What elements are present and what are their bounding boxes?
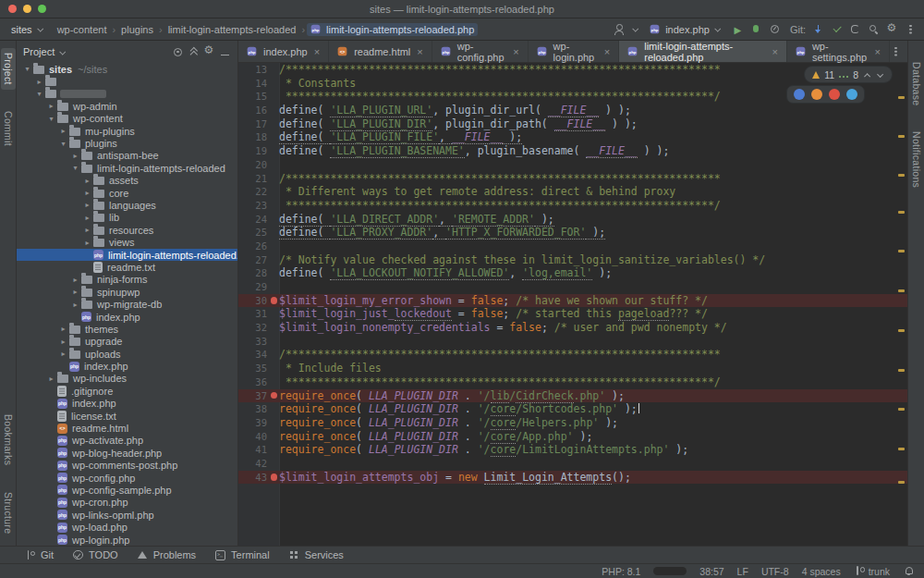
opera-icon[interactable] [829,89,840,100]
close-tab-icon[interactable] [772,46,777,57]
code-text[interactable] [279,335,907,349]
tree-row[interactable]: languages [17,199,237,211]
toolwindow-button-todo[interactable]: TODO [72,549,118,561]
prev-problem-icon[interactable] [863,70,871,79]
gutter-line-number[interactable]: 18 [238,130,279,144]
code-text[interactable]: require_once( LLA_PLUGIN_DIR . '/core/Ap… [279,430,907,444]
tree-row[interactable]: antispam-bee [17,150,237,162]
breadcrumb-item[interactable]: plugins [117,23,157,36]
tree-row[interactable]: wp-activate.php [17,435,237,447]
tree-row[interactable]: upgrade [17,336,237,348]
close-window-button[interactable] [8,5,17,13]
gutter-line-number[interactable]: 38 [238,402,279,416]
zoom-window-button[interactable] [38,5,46,13]
code-text[interactable] [279,158,907,172]
toolwindow-button-services[interactable]: Services [288,549,344,561]
code-text[interactable]: /***************************************… [279,172,907,186]
code-text[interactable]: /***************************************… [279,348,907,362]
tree-row[interactable]: wp-links-opml.php [17,509,237,521]
more-actions-icon[interactable] [905,23,917,35]
chevron-right-icon[interactable] [70,301,80,309]
history-button[interactable] [849,23,861,35]
indent-style[interactable]: 4 spaces [802,566,841,577]
tree-row[interactable]: wp-cron.php [17,497,237,509]
file-encoding[interactable]: UTF-8 [761,566,789,577]
warning-stripe-mark[interactable] [898,211,905,214]
close-tab-icon[interactable] [604,46,610,57]
tool-stripe-bookmarks[interactable]: Bookmarks [1,410,16,470]
chevron-right-icon[interactable] [70,152,80,160]
warning-stripe-mark[interactable] [898,96,905,99]
code-text[interactable] [279,457,907,471]
user-icon[interactable] [613,23,625,35]
chevron-down-icon[interactable] [34,90,44,98]
tool-stripe-project[interactable]: Project [1,48,16,90]
warning-stripe-mark[interactable] [898,329,905,332]
gutter-line-number[interactable]: 36 [238,375,279,389]
chevron-right-icon[interactable] [82,201,92,209]
tree-row[interactable]: spinupwp [17,286,237,298]
chevron-right-icon[interactable] [58,325,68,333]
gutter-line-number[interactable]: 27 [238,253,279,267]
code-editor[interactable]: 13/*************************************… [238,63,907,546]
gutter-line-number[interactable]: 41 [238,443,279,457]
gutter-line-number[interactable]: 21 [238,172,279,186]
close-tab-icon[interactable] [513,46,518,57]
breakpoint-icon[interactable] [271,392,278,400]
collapse-all-icon[interactable] [188,46,200,58]
warning-stripe-mark[interactable] [898,408,905,411]
tree-row[interactable]: views [17,236,237,248]
tree-row[interactable]: index.php [17,311,237,323]
run-configuration-select[interactable]: index.php [646,23,725,36]
editor-tab[interactable]: index.php [238,41,329,62]
code-text[interactable]: define( 'LLA_PLUGIN_BASENAME', plugin_ba… [279,144,907,158]
chevron-right-icon[interactable] [46,102,56,110]
editor-tab[interactable]: wp-settings.php [787,41,890,62]
chevron-right-icon[interactable] [58,127,68,135]
tree-row[interactable]: lib [17,212,237,224]
gutter-line-number[interactable]: 37 [238,389,279,403]
update-project-button[interactable] [812,23,824,35]
code-text[interactable]: $limit_login_nonempty_credentials = fals… [279,321,907,335]
gutter-line-number[interactable]: 20 [238,158,279,172]
gutter-line-number[interactable]: 23 [238,199,279,213]
code-text[interactable]: define( 'LLA_PROXY_ADDR', 'HTTP_X_FORWAR… [279,226,907,240]
search-everywhere-icon[interactable] [868,23,880,35]
profiler-button[interactable] [769,23,781,35]
tree-row[interactable]: themes [17,323,237,335]
notifications-icon[interactable] [903,565,915,577]
tree-row[interactable]: index.php [17,360,237,372]
gutter-line-number[interactable]: 28 [238,266,279,280]
tool-stripe-notifications[interactable]: Notifications [909,127,924,192]
breakpoint-icon[interactable] [271,297,278,304]
code-text[interactable]: define( 'LLA_PLUGIN_DIR', plugin_dir_pat… [279,117,907,131]
chevron-down-icon[interactable] [46,115,56,123]
tree-row[interactable]: wp-config.php [17,472,237,484]
git-branch-widget[interactable]: trunk [854,565,890,577]
code-text[interactable]: $limit_login_my_error_shown = false; /* … [279,294,907,308]
tree-row[interactable]: wp-content [17,113,237,125]
toolwindow-button-terminal[interactable]: Terminal [214,549,270,561]
select-opened-file-icon[interactable] [172,46,184,58]
tool-stripe-database[interactable]: Database [909,57,924,110]
code-text[interactable] [279,240,907,253]
chevron-right-icon[interactable] [58,350,68,358]
gutter-line-number[interactable]: 26 [238,240,279,253]
code-text[interactable]: define( 'LLA_LOCKOUT_NOTIFY_ALLOWED', 'l… [279,266,907,280]
breadcrumb-item[interactable]: wp-content [54,23,111,36]
chevron-right-icon[interactable] [82,226,92,234]
tree-row[interactable] [17,88,237,100]
tree-row[interactable]: readme.txt [17,261,237,273]
tree-row[interactable]: wp-admin [17,100,237,112]
gutter-line-number[interactable]: 35 [238,362,279,375]
chevron-right-icon[interactable] [82,214,92,222]
close-tab-icon[interactable] [875,46,881,57]
tool-stripe-commit[interactable]: Commit [1,106,16,151]
hide-panel-icon[interactable] [219,46,231,58]
tree-row[interactable]: wp-load.php [17,521,237,533]
firefox-icon[interactable] [811,89,822,100]
tree-row[interactable]: wp-login.php [17,534,237,546]
code-text[interactable]: define( 'LLA_PLUGIN_FILE', __FILE__ ); [279,130,907,144]
tree-row[interactable]: readme.html [17,422,237,434]
tree-row[interactable]: .gitignore [17,385,237,397]
